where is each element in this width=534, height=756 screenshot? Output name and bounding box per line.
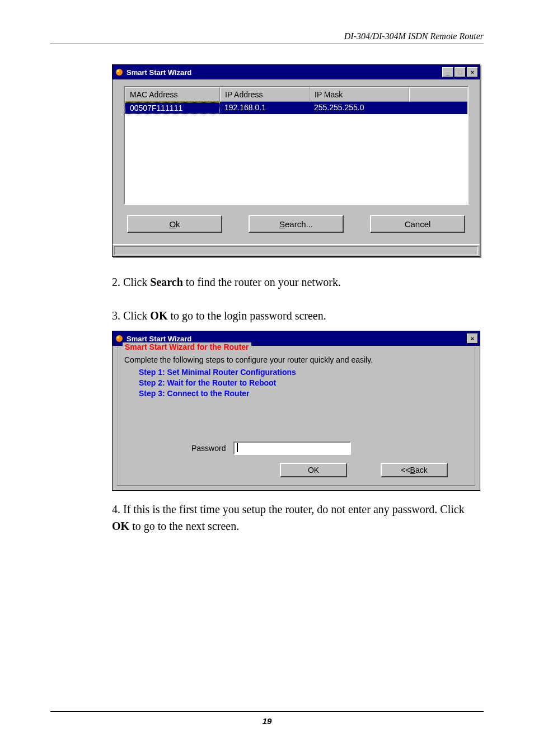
instr3-bold: OK — [150, 309, 167, 322]
back-rest: ack — [415, 466, 428, 475]
col-ip-address[interactable]: IP Address — [220, 87, 310, 102]
ok-rest: k — [176, 219, 180, 229]
text-cursor — [237, 443, 238, 452]
step-3: Step 3: Connect to the Router — [139, 389, 468, 398]
page-number: 19 — [50, 716, 484, 726]
cancel-button[interactable]: Cancel — [370, 215, 465, 233]
minimize-icon[interactable]: _ — [442, 67, 453, 77]
step-1: Step 1: Set Minimal Router Configuration… — [139, 368, 468, 377]
instr3-a: 3. Click — [112, 309, 150, 322]
close-icon[interactable]: × — [467, 67, 478, 77]
instr2-bold: Search — [150, 276, 183, 288]
app-icon — [114, 67, 124, 77]
instruction-4: 4. If this is the first time you setup t… — [112, 501, 474, 534]
instr4-a: 4. If this is the first time you setup t… — [112, 503, 465, 515]
window-controls: _ □ × — [442, 67, 478, 77]
search-button[interactable]: Search... — [249, 215, 344, 233]
maximize-icon: □ — [455, 67, 466, 77]
cell-mac: 00507F111111 — [125, 102, 220, 114]
instr4-c: to go to the next screen. — [129, 520, 239, 532]
close-icon-2[interactable]: × — [467, 334, 478, 344]
device-row[interactable]: 00507F111111 192.168.0.1 255.255.255.0 — [125, 102, 467, 114]
wizard-group: Smart Start Wizard for the Router Comple… — [117, 347, 475, 486]
status-bar — [113, 244, 480, 256]
list-header-row: MAC Address IP Address IP Mask — [125, 87, 467, 102]
col-spacer — [409, 87, 467, 102]
instruction-3: 3. Click OK to go to the login password … — [112, 307, 474, 324]
header-product: DI-304/DI-304M ISDN Remote Router — [50, 31, 484, 41]
instruction-2: 2. Click Search to find the router on yo… — [112, 274, 474, 290]
window-title-2: Smart Start Wizard — [127, 335, 467, 343]
search-mnemonic: S — [279, 219, 285, 229]
instr2-a: 2. Click — [112, 276, 150, 288]
ok-mnemonic: O — [169, 219, 176, 229]
instr2-c: to find the router on your network. — [183, 276, 341, 288]
col-ip-mask[interactable]: IP Mask — [310, 87, 409, 102]
search-rest: earch... — [285, 219, 313, 229]
svg-point-3 — [117, 336, 119, 339]
group-title: Smart Start Wizard for the Router — [123, 342, 251, 351]
instr4-bold: OK — [112, 520, 129, 532]
footer: 19 — [50, 711, 484, 726]
password-input[interactable] — [233, 442, 351, 455]
titlebar[interactable]: Smart Start Wizard _ □ × — [113, 65, 480, 79]
window-controls-2: × — [467, 334, 478, 344]
list-empty-area — [125, 114, 467, 204]
back-mnemonic: B — [410, 466, 415, 475]
back-button[interactable]: <<Back — [381, 463, 448, 477]
step-2: Step 2: Wait for the Router to Reboot — [139, 378, 468, 387]
svg-point-0 — [116, 69, 123, 76]
smart-start-wizard-window-2: Smart Start Wizard × Smart Start Wizard … — [112, 331, 480, 491]
cell-ip: 192.168.0.1 — [220, 102, 310, 114]
cell-mask: 255.255.255.0 — [310, 102, 409, 114]
svg-point-1 — [117, 70, 119, 72]
password-label: Password — [191, 444, 226, 453]
header-rule — [50, 44, 484, 44]
instr3-c: to go to the login password screen. — [167, 309, 326, 322]
back-prefix: << — [401, 466, 410, 475]
svg-point-2 — [116, 335, 123, 342]
ok-button-2[interactable]: OK — [280, 463, 347, 477]
ok-button[interactable]: Ok — [127, 215, 222, 233]
footer-rule — [50, 711, 484, 712]
window-title: Smart Start Wizard — [127, 68, 442, 77]
wizard-description: Complete the following steps to configur… — [124, 355, 468, 364]
status-well — [114, 246, 478, 255]
device-list: MAC Address IP Address IP Mask 00507F111… — [124, 86, 469, 205]
col-mac-address[interactable]: MAC Address — [125, 87, 220, 102]
smart-start-wizard-window-1: Smart Start Wizard _ □ × MAC Address IP … — [112, 64, 480, 257]
